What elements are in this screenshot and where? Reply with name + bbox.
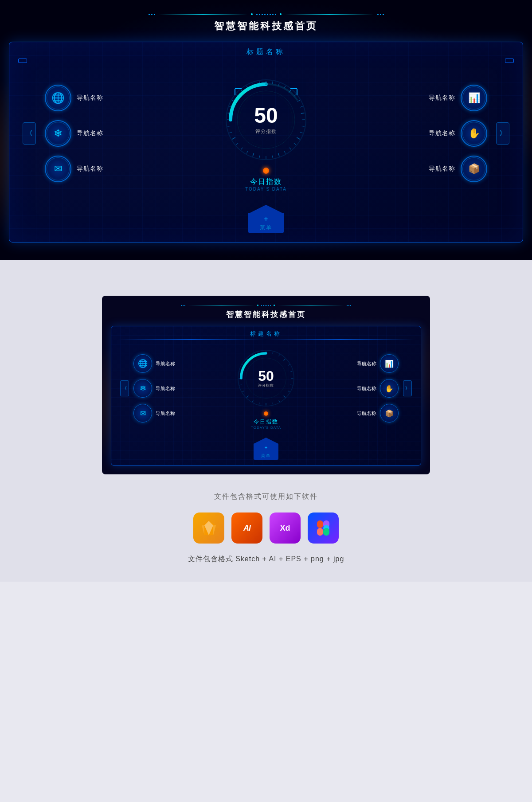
small-today-label: 今日指数 [251,418,281,426]
svg-line-27 [227,126,230,126]
nav-label-left-3: 导航名称 [77,165,103,173]
small-nav-icon-hand: ✋ [380,379,399,398]
figma-icon[interactable] [308,512,339,544]
small-right-nav-arrow[interactable]: 》 [403,380,412,396]
illustrator-icon[interactable]: Ai [231,512,262,544]
svg-line-47 [290,385,292,385]
svg-marker-69 [213,525,216,535]
nav-item-right-3[interactable]: 📦 导航名称 [429,156,487,182]
svg-line-53 [259,403,259,404]
nav-label-left-2: 导航名称 [77,129,103,137]
xd-icon[interactable]: Xd [270,512,301,544]
small-nav-item-right-2[interactable]: ✋ 导航名称 [357,379,399,398]
nav-item-right-1[interactable]: 📊 导航名称 [429,85,487,111]
ai-text: Ai [243,524,250,533]
small-gauge-score: 50 [258,369,274,383]
svg-line-11 [302,126,305,126]
separator [0,260,532,287]
gauge-today-en: TODAY'S DATA [245,187,287,192]
small-nav-icon-paper: ✉ [133,404,152,423]
right-nav-arrow[interactable]: 》 [496,122,509,145]
small-globe-icon: 🌐 [138,359,148,368]
nav-label-left-1: 导航名称 [77,94,103,102]
small-nav-item-left-2[interactable]: ❄ 导航名称 [133,379,175,398]
small-nav-label-right-2: 导航名称 [357,385,376,392]
small-nav-icon-globe: 🌐 [133,354,152,373]
sketch-icon[interactable] [193,512,224,544]
svg-line-15 [289,148,291,150]
nav-items-left: 🌐 导航名称 ❄ 导航名称 ✉ 导航名称 [45,85,103,182]
svg-line-24 [236,143,239,145]
small-menu-plus-icon[interactable]: + [256,445,276,451]
small-menu-label: 菜单 [261,454,271,458]
small-nav-item-left-3[interactable]: ✉ 导航名称 [133,404,175,423]
paper-icon: ✉ [54,163,62,175]
menu-plus-icon[interactable]: + [253,215,279,223]
small-bottom-menu: + 菜单 [111,435,421,465]
nav-item-left-2[interactable]: ❄ 导航名称 [45,120,103,147]
svg-line-48 [288,391,290,392]
chart-icon: 📊 [468,92,480,104]
gauge-dot-indicator [263,168,269,174]
svg-line-8 [300,106,303,107]
small-nav-icon-snow: ❄ [133,379,152,398]
svg-line-20 [259,156,260,158]
header-bracket-left [18,59,27,63]
small-box-icon: 📦 [385,409,394,418]
small-snow-icon: ❄ [140,383,146,393]
small-gauge-score-label: 评分指数 [258,383,274,388]
small-nav-icon-chart: 📊 [380,354,399,373]
small-nav-item-right-1[interactable]: 📊 导航名称 [357,354,399,373]
small-top-bar-decoration [111,305,421,306]
info-section: 文件包含格式可使用如下软件 Ai Xd [188,492,344,564]
gauge-today-label: 今日指数 [245,177,287,187]
software-icons: Ai Xd [193,512,339,544]
svg-line-25 [232,137,235,139]
small-nav-icon-box: 📦 [380,404,399,423]
small-nav-item-left-1[interactable]: 🌐 导航名称 [133,354,175,373]
bottom-section: 智慧智能科技感首页 标题名称 《 🌐 导航名称 [0,287,532,582]
nav-item-left-1[interactable]: 🌐 导航名称 [45,85,103,111]
small-nav-label-right-1: 导航名称 [357,360,376,367]
nav-label-right-2: 导航名称 [429,129,455,137]
small-nav-label-left-1: 导航名称 [156,360,175,367]
small-panel-hline [111,339,421,340]
nav-label-right-3: 导航名称 [429,165,455,173]
svg-line-57 [239,385,241,385]
svg-line-21 [253,153,254,156]
top-bar-decoration [9,13,523,15]
svg-line-41 [273,352,273,353]
svg-line-56 [243,391,244,392]
svg-line-7 [297,100,300,102]
small-dashboard-wrapper: 智慧智能科技感首页 标题名称 《 🌐 导航名称 [102,296,430,474]
left-nav-arrow[interactable]: 《 [23,122,36,145]
nav-icon-hand: ✋ [461,120,487,147]
nav-item-left-3[interactable]: ✉ 导航名称 [45,156,103,182]
svg-line-18 [272,156,273,158]
small-nav-label-right-3: 导航名称 [357,410,376,417]
svg-rect-70 [317,520,323,528]
small-hand-icon: ✋ [385,384,394,393]
svg-line-22 [246,151,248,153]
nav-icon-globe: 🌐 [45,85,71,111]
small-nav-label-left-3: 导航名称 [156,410,175,417]
nav-icon-box: 📦 [461,156,487,182]
svg-line-17 [278,153,279,156]
gauge-score-label: 评分指数 [254,128,278,135]
svg-line-26 [229,132,232,133]
small-nav-item-right-3[interactable]: 📦 导航名称 [357,404,399,423]
svg-rect-74 [323,528,329,536]
nav-items-right: 📊 导航名称 ✋ 导航名称 📦 导航名称 [429,85,487,182]
panel-header: 标题名称 [9,42,523,67]
small-left-nav-arrow[interactable]: 《 [120,380,129,396]
gauge-label: 今日指数 TODAY'S DATA [245,177,287,192]
menu-label: 菜单 [260,224,272,231]
header-line-right [267,61,502,61]
hand-icon: ✋ [468,128,480,139]
svg-line-14 [294,143,296,145]
dashboard-panel: 标题名称 《 🌐 导航名称 [9,42,523,243]
nav-item-right-2[interactable]: ✋ 导航名称 [429,120,487,147]
small-page-title: 智慧智能科技感首页 [111,309,421,320]
box-icon: 📦 [468,163,480,175]
nav-icon-snow: ❄ [45,120,71,147]
